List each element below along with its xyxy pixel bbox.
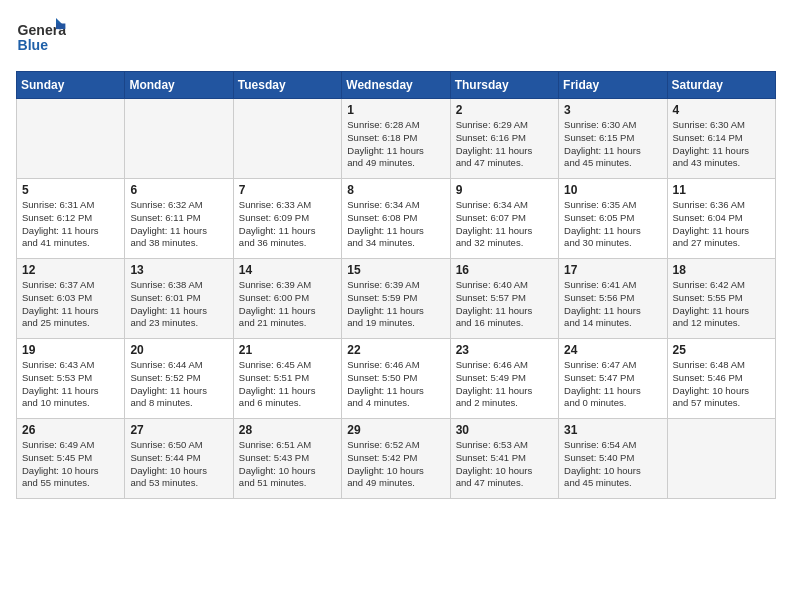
day-info: Sunrise: 6:35 AM Sunset: 6:05 PM Dayligh…: [564, 199, 661, 250]
day-info: Sunrise: 6:49 AM Sunset: 5:45 PM Dayligh…: [22, 439, 119, 490]
day-info: Sunrise: 6:51 AM Sunset: 5:43 PM Dayligh…: [239, 439, 336, 490]
day-number: 31: [564, 423, 661, 437]
calendar-cell: 15Sunrise: 6:39 AM Sunset: 5:59 PM Dayli…: [342, 259, 450, 339]
calendar-cell: 10Sunrise: 6:35 AM Sunset: 6:05 PM Dayli…: [559, 179, 667, 259]
calendar-cell: 6Sunrise: 6:32 AM Sunset: 6:11 PM Daylig…: [125, 179, 233, 259]
calendar-cell: 3Sunrise: 6:30 AM Sunset: 6:15 PM Daylig…: [559, 99, 667, 179]
day-info: Sunrise: 6:41 AM Sunset: 5:56 PM Dayligh…: [564, 279, 661, 330]
calendar-cell: [17, 99, 125, 179]
day-number: 4: [673, 103, 770, 117]
calendar-cell: 29Sunrise: 6:52 AM Sunset: 5:42 PM Dayli…: [342, 419, 450, 499]
week-row-5: 26Sunrise: 6:49 AM Sunset: 5:45 PM Dayli…: [17, 419, 776, 499]
day-info: Sunrise: 6:28 AM Sunset: 6:18 PM Dayligh…: [347, 119, 444, 170]
calendar-cell: 26Sunrise: 6:49 AM Sunset: 5:45 PM Dayli…: [17, 419, 125, 499]
calendar-cell: 17Sunrise: 6:41 AM Sunset: 5:56 PM Dayli…: [559, 259, 667, 339]
day-info: Sunrise: 6:40 AM Sunset: 5:57 PM Dayligh…: [456, 279, 553, 330]
day-info: Sunrise: 6:52 AM Sunset: 5:42 PM Dayligh…: [347, 439, 444, 490]
day-info: Sunrise: 6:48 AM Sunset: 5:46 PM Dayligh…: [673, 359, 770, 410]
day-number: 17: [564, 263, 661, 277]
calendar-cell: 16Sunrise: 6:40 AM Sunset: 5:57 PM Dayli…: [450, 259, 558, 339]
day-info: Sunrise: 6:42 AM Sunset: 5:55 PM Dayligh…: [673, 279, 770, 330]
day-number: 15: [347, 263, 444, 277]
day-number: 2: [456, 103, 553, 117]
day-number: 3: [564, 103, 661, 117]
day-number: 23: [456, 343, 553, 357]
day-info: Sunrise: 6:46 AM Sunset: 5:50 PM Dayligh…: [347, 359, 444, 410]
day-info: Sunrise: 6:31 AM Sunset: 6:12 PM Dayligh…: [22, 199, 119, 250]
calendar-cell: 12Sunrise: 6:37 AM Sunset: 6:03 PM Dayli…: [17, 259, 125, 339]
day-number: 25: [673, 343, 770, 357]
calendar-cell: 18Sunrise: 6:42 AM Sunset: 5:55 PM Dayli…: [667, 259, 775, 339]
calendar-cell: 19Sunrise: 6:43 AM Sunset: 5:53 PM Dayli…: [17, 339, 125, 419]
day-info: Sunrise: 6:47 AM Sunset: 5:47 PM Dayligh…: [564, 359, 661, 410]
calendar-cell: 27Sunrise: 6:50 AM Sunset: 5:44 PM Dayli…: [125, 419, 233, 499]
day-info: Sunrise: 6:39 AM Sunset: 6:00 PM Dayligh…: [239, 279, 336, 330]
day-info: Sunrise: 6:46 AM Sunset: 5:49 PM Dayligh…: [456, 359, 553, 410]
day-number: 9: [456, 183, 553, 197]
day-info: Sunrise: 6:54 AM Sunset: 5:40 PM Dayligh…: [564, 439, 661, 490]
day-number: 8: [347, 183, 444, 197]
day-info: Sunrise: 6:45 AM Sunset: 5:51 PM Dayligh…: [239, 359, 336, 410]
day-info: Sunrise: 6:39 AM Sunset: 5:59 PM Dayligh…: [347, 279, 444, 330]
day-number: 7: [239, 183, 336, 197]
calendar-cell: 2Sunrise: 6:29 AM Sunset: 6:16 PM Daylig…: [450, 99, 558, 179]
calendar-cell: [233, 99, 341, 179]
day-number: 22: [347, 343, 444, 357]
page-header: General Blue: [16, 16, 776, 61]
day-number: 5: [22, 183, 119, 197]
calendar-cell: 22Sunrise: 6:46 AM Sunset: 5:50 PM Dayli…: [342, 339, 450, 419]
header-wednesday: Wednesday: [342, 72, 450, 99]
day-info: Sunrise: 6:34 AM Sunset: 6:08 PM Dayligh…: [347, 199, 444, 250]
day-number: 12: [22, 263, 119, 277]
calendar-cell: 13Sunrise: 6:38 AM Sunset: 6:01 PM Dayli…: [125, 259, 233, 339]
day-number: 6: [130, 183, 227, 197]
logo: General Blue: [16, 16, 66, 61]
calendar-cell: 28Sunrise: 6:51 AM Sunset: 5:43 PM Dayli…: [233, 419, 341, 499]
header-thursday: Thursday: [450, 72, 558, 99]
calendar-cell: [125, 99, 233, 179]
svg-rect-3: [56, 24, 65, 30]
day-info: Sunrise: 6:43 AM Sunset: 5:53 PM Dayligh…: [22, 359, 119, 410]
day-number: 18: [673, 263, 770, 277]
week-row-4: 19Sunrise: 6:43 AM Sunset: 5:53 PM Dayli…: [17, 339, 776, 419]
day-info: Sunrise: 6:37 AM Sunset: 6:03 PM Dayligh…: [22, 279, 119, 330]
header-sunday: Sunday: [17, 72, 125, 99]
day-info: Sunrise: 6:30 AM Sunset: 6:14 PM Dayligh…: [673, 119, 770, 170]
day-number: 14: [239, 263, 336, 277]
week-row-3: 12Sunrise: 6:37 AM Sunset: 6:03 PM Dayli…: [17, 259, 776, 339]
calendar-cell: 5Sunrise: 6:31 AM Sunset: 6:12 PM Daylig…: [17, 179, 125, 259]
header-row: SundayMondayTuesdayWednesdayThursdayFrid…: [17, 72, 776, 99]
day-number: 21: [239, 343, 336, 357]
day-number: 20: [130, 343, 227, 357]
logo-svg: General Blue: [16, 16, 66, 61]
day-info: Sunrise: 6:53 AM Sunset: 5:41 PM Dayligh…: [456, 439, 553, 490]
calendar-cell: 8Sunrise: 6:34 AM Sunset: 6:08 PM Daylig…: [342, 179, 450, 259]
day-info: Sunrise: 6:34 AM Sunset: 6:07 PM Dayligh…: [456, 199, 553, 250]
header-monday: Monday: [125, 72, 233, 99]
day-number: 11: [673, 183, 770, 197]
calendar-cell: 1Sunrise: 6:28 AM Sunset: 6:18 PM Daylig…: [342, 99, 450, 179]
calendar-cell: 21Sunrise: 6:45 AM Sunset: 5:51 PM Dayli…: [233, 339, 341, 419]
day-number: 13: [130, 263, 227, 277]
calendar-cell: 30Sunrise: 6:53 AM Sunset: 5:41 PM Dayli…: [450, 419, 558, 499]
calendar-cell: 14Sunrise: 6:39 AM Sunset: 6:00 PM Dayli…: [233, 259, 341, 339]
day-number: 10: [564, 183, 661, 197]
week-row-1: 1Sunrise: 6:28 AM Sunset: 6:18 PM Daylig…: [17, 99, 776, 179]
day-number: 24: [564, 343, 661, 357]
calendar-cell: 9Sunrise: 6:34 AM Sunset: 6:07 PM Daylig…: [450, 179, 558, 259]
calendar-cell: 31Sunrise: 6:54 AM Sunset: 5:40 PM Dayli…: [559, 419, 667, 499]
header-tuesday: Tuesday: [233, 72, 341, 99]
header-friday: Friday: [559, 72, 667, 99]
calendar-cell: [667, 419, 775, 499]
day-number: 16: [456, 263, 553, 277]
day-number: 1: [347, 103, 444, 117]
day-info: Sunrise: 6:50 AM Sunset: 5:44 PM Dayligh…: [130, 439, 227, 490]
day-info: Sunrise: 6:30 AM Sunset: 6:15 PM Dayligh…: [564, 119, 661, 170]
calendar-cell: 11Sunrise: 6:36 AM Sunset: 6:04 PM Dayli…: [667, 179, 775, 259]
calendar-cell: 24Sunrise: 6:47 AM Sunset: 5:47 PM Dayli…: [559, 339, 667, 419]
day-info: Sunrise: 6:38 AM Sunset: 6:01 PM Dayligh…: [130, 279, 227, 330]
day-info: Sunrise: 6:32 AM Sunset: 6:11 PM Dayligh…: [130, 199, 227, 250]
svg-text:Blue: Blue: [18, 37, 49, 53]
header-saturday: Saturday: [667, 72, 775, 99]
calendar-cell: 25Sunrise: 6:48 AM Sunset: 5:46 PM Dayli…: [667, 339, 775, 419]
